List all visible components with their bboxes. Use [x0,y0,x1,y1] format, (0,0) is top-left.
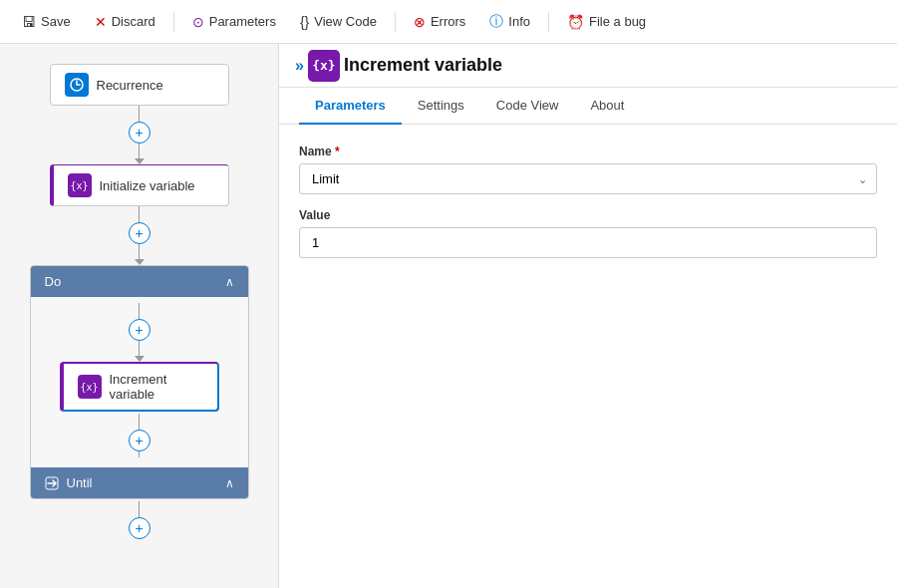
breadcrumb-area: » {x} Increment variable [279,44,897,88]
tab-parameters[interactable]: Parameters [299,88,402,125]
errors-icon: ⊗ [414,14,426,30]
save-icon: 🖫 [22,14,36,30]
info-icon: ⓘ [489,13,503,31]
panel-icon-symbol: {x} [312,58,335,73]
do-header-label: Do [45,274,62,289]
right-panel: » {x} Increment variable Parameters Sett… [279,44,897,588]
errors-button[interactable]: ⊗ Errors [404,9,475,35]
name-required-marker: * [335,145,340,158]
connector-bottom: + [129,501,150,539]
increment-icon: {x} [78,375,102,399]
value-input[interactable] [299,227,877,258]
save-button[interactable]: 🖫 Save [12,9,81,35]
parameters-button[interactable]: ⊙ Parameters [182,9,286,35]
variable-icon: {x} [68,173,92,197]
until-label: Until [67,475,93,490]
view-code-button[interactable]: {} View Code [290,9,387,35]
panel-title: Increment variable [344,55,502,76]
separator-3 [548,12,549,32]
discard-icon: ✕ [95,14,107,30]
until-expand-icon: ∧ [225,476,234,490]
parameters-icon: ⊙ [192,14,204,30]
separator-1 [173,12,174,32]
add-step-after-btn[interactable]: + [129,430,150,451]
connector-1: + [129,106,150,164]
increment-variable-node[interactable]: {x} Increment variable [60,362,219,412]
name-field-label: Name * [299,145,877,158]
loop-inner: + {x} Increment variable + [31,297,248,467]
add-step-btn-1[interactable]: + [129,122,150,144]
tab-about[interactable]: About [574,88,640,125]
recurrence-icon [65,73,89,97]
flow-canvas: Recurrence + {x} Initialize variable + [0,44,279,588]
add-step-btn-2[interactable]: + [129,222,150,244]
separator-2 [395,12,396,32]
do-header[interactable]: Do ∧ [31,266,248,297]
do-until-container: Do ∧ + {x} Increment variable [30,265,249,499]
connector-inner-top: + [129,303,150,362]
discard-button[interactable]: ✕ Discard [85,9,165,35]
name-select-wrapper: Limit Counter Total ⌄ [299,163,877,194]
until-icon [45,476,59,490]
do-collapse-icon: ∧ [225,275,234,289]
connector-inner-bottom: + [129,414,150,457]
panel-content: Name * Limit Counter Total ⌄ Value [279,125,897,588]
main-layout: Recurrence + {x} Initialize variable + [0,44,897,588]
add-step-inner-btn[interactable]: + [129,319,150,341]
recurrence-node[interactable]: Recurrence [50,64,229,106]
bug-icon: ⏰ [567,14,584,30]
panel-tabs: Parameters Settings Code View About [279,88,897,125]
initialize-variable-node[interactable]: {x} Initialize variable [50,164,229,206]
name-select[interactable]: Limit Counter Total [299,163,877,194]
tab-code-view[interactable]: Code View [480,88,575,125]
view-code-icon: {} [300,14,309,30]
toolbar: 🖫 Save ✕ Discard ⊙ Parameters {} View Co… [0,0,897,44]
tab-settings[interactable]: Settings [402,88,480,125]
add-final-btn[interactable]: + [129,517,150,539]
until-bar[interactable]: Until ∧ [31,467,248,498]
value-field-label: Value [299,208,877,222]
file-bug-button[interactable]: ⏰ File a bug [557,9,656,35]
info-button[interactable]: ⓘ Info [479,8,540,36]
panel-node-icon: {x} [308,50,340,82]
breadcrumb-arrow: » [295,57,304,75]
connector-2: + [129,206,150,265]
